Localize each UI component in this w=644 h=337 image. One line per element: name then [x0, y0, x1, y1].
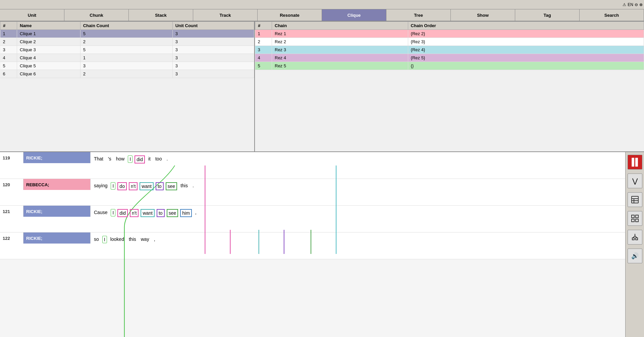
menu-filter[interactable]	[23, 4, 30, 5]
clique-name: Clique 4	[17, 54, 80, 62]
word-token[interactable]: n't	[130, 209, 139, 217]
word-token[interactable]: I	[102, 236, 107, 243]
word-token[interactable]: .	[191, 182, 195, 189]
word-token[interactable]: way	[140, 236, 151, 243]
audio-button[interactable]: 🔊	[628, 249, 642, 263]
word-token[interactable]: this	[127, 236, 138, 243]
tab-tree[interactable]: Tree	[386, 9, 451, 21]
warning-icon: ⚠	[623, 2, 626, 7]
word-token[interactable]: n't	[129, 182, 138, 190]
chain-row[interactable]: 5 Rez 5 {}	[255, 62, 644, 70]
col-rez-num: #	[255, 22, 272, 30]
word-token[interactable]: him	[180, 209, 192, 217]
col-chain-count: Chain Count	[80, 22, 172, 30]
word-token[interactable]: looked	[109, 236, 125, 243]
word-token[interactable]: ,	[153, 236, 157, 243]
word-token[interactable]: this	[179, 182, 189, 189]
word-token[interactable]: it	[147, 155, 152, 162]
word-token[interactable]: do	[117, 182, 127, 190]
menu-edit[interactable]	[9, 4, 15, 5]
tab-chunk[interactable]: Chunk	[64, 9, 129, 21]
chain-row[interactable]: 1 Rez 1 {Rez 2}	[255, 30, 644, 38]
word-token[interactable]: want	[140, 182, 154, 190]
grid-button[interactable]	[628, 211, 642, 226]
clique-row[interactable]: 3 Clique 3 5 3	[0, 46, 254, 54]
close-icon[interactable]: ⊗	[639, 2, 643, 7]
clique-row[interactable]: 6 Clique 6 2 3	[0, 70, 254, 78]
menu-tools[interactable]	[31, 4, 38, 5]
chain-num: 5	[255, 62, 272, 70]
word-token[interactable]: .	[165, 155, 169, 162]
menu-help[interactable]	[46, 4, 52, 5]
svg-rect-4	[632, 215, 634, 218]
tab-search[interactable]: Search	[580, 9, 644, 21]
menubar: ⚠ EN ⊖ ⊗	[0, 0, 644, 9]
transcript-row: 119RICKIE;That'showIdidittoo.	[0, 152, 625, 179]
word-token[interactable]: see	[167, 209, 178, 217]
clique-view-button[interactable]: █ ██ █	[628, 155, 642, 170]
clique-unit-count: 3	[172, 30, 254, 38]
clique-name: Clique 2	[17, 38, 80, 46]
clique-row[interactable]: 2 Clique 2 2 3	[0, 38, 254, 46]
col-name: Name	[17, 22, 80, 30]
transcript-row: 122RICKIE;soIlookedthisway,	[0, 232, 625, 259]
word-token[interactable]: I	[111, 182, 115, 190]
clique-row[interactable]: 1 Clique 1 5 3	[0, 30, 254, 38]
row-speaker: RICKIE;	[23, 152, 91, 163]
filter-button[interactable]: ⋁	[628, 174, 642, 188]
transcript-row: 121RICKIE;CauseIdidn'twanttoseehim,	[0, 206, 625, 232]
word-token[interactable]: see	[166, 182, 177, 190]
tab-tag[interactable]: Tag	[515, 9, 580, 21]
transcript-area[interactable]: 119RICKIE;That'showIdidittoo.120REBECCA;…	[0, 152, 625, 337]
chain-order: {}	[408, 62, 644, 70]
clique-chain-count: 1	[80, 54, 172, 62]
chain-row[interactable]: 3 Rez 3 {Rez 4}	[255, 46, 644, 54]
clique-row[interactable]: 4 Clique 4 1 3	[0, 54, 254, 62]
clique-name: Clique 1	[17, 30, 80, 38]
word-token[interactable]: I	[128, 155, 132, 163]
word-token[interactable]: saying	[93, 182, 109, 189]
word-token[interactable]: 's	[107, 155, 113, 162]
tab-resonate[interactable]: Resonate	[258, 9, 322, 21]
tab-track[interactable]: Track	[193, 9, 258, 21]
tree-button[interactable]	[628, 230, 642, 245]
col-num: #	[0, 22, 17, 30]
word-token[interactable]: did	[135, 155, 145, 163]
word-token[interactable]: Cause	[93, 209, 109, 216]
minimize-icon[interactable]: ⊖	[635, 2, 638, 7]
menu-file[interactable]	[1, 4, 8, 5]
transcript-wrapper: 119RICKIE;That'showIdidittoo.120REBECCA;…	[0, 152, 625, 259]
word-token[interactable]: how	[115, 155, 126, 162]
chain-name: Rez 4	[272, 54, 408, 62]
clique-num: 2	[0, 38, 17, 46]
menu-settings[interactable]	[38, 4, 45, 5]
chain-row[interactable]: 2 Rez 2 {Rez 3}	[255, 38, 644, 46]
word-token[interactable]: want	[141, 209, 155, 217]
chain-order: {Rez 4}	[408, 46, 644, 54]
tab-clique[interactable]: Clique	[322, 9, 386, 21]
table-button[interactable]	[628, 192, 642, 207]
word-token[interactable]: That	[93, 155, 105, 162]
row-speaker: RICKIE;	[23, 206, 91, 217]
word-token[interactable]: to	[156, 182, 164, 190]
word-token[interactable]: to	[157, 209, 165, 217]
tab-stack[interactable]: Stack	[129, 9, 193, 21]
word-token[interactable]: ,	[194, 209, 198, 216]
chain-row[interactable]: 4 Rez 4 {Rez 5}	[255, 54, 644, 62]
sidebar-panel: █ ██ █ ⋁	[625, 152, 644, 337]
clique-row[interactable]: 5 Clique 5 3 3	[0, 62, 254, 70]
tab-show[interactable]: Show	[451, 9, 515, 21]
word-token[interactable]: did	[117, 209, 128, 217]
menu-view[interactable]	[16, 4, 23, 5]
row-content: CauseIdidn'twanttoseehim,	[91, 206, 625, 229]
word-token[interactable]: too	[154, 155, 163, 162]
clique-chain-count: 2	[80, 38, 172, 46]
row-content: That'showIdidittoo.	[91, 152, 625, 176]
chain-num: 1	[255, 30, 272, 38]
word-token[interactable]: I	[111, 209, 115, 216]
language-indicator: EN	[628, 2, 633, 7]
word-token[interactable]: so	[93, 236, 100, 243]
row-content: soIlookedthisway,	[91, 232, 625, 256]
bottom-panel: 119RICKIE;That'showIdidittoo.120REBECCA;…	[0, 152, 644, 337]
tab-unit[interactable]: Unit	[0, 9, 64, 21]
